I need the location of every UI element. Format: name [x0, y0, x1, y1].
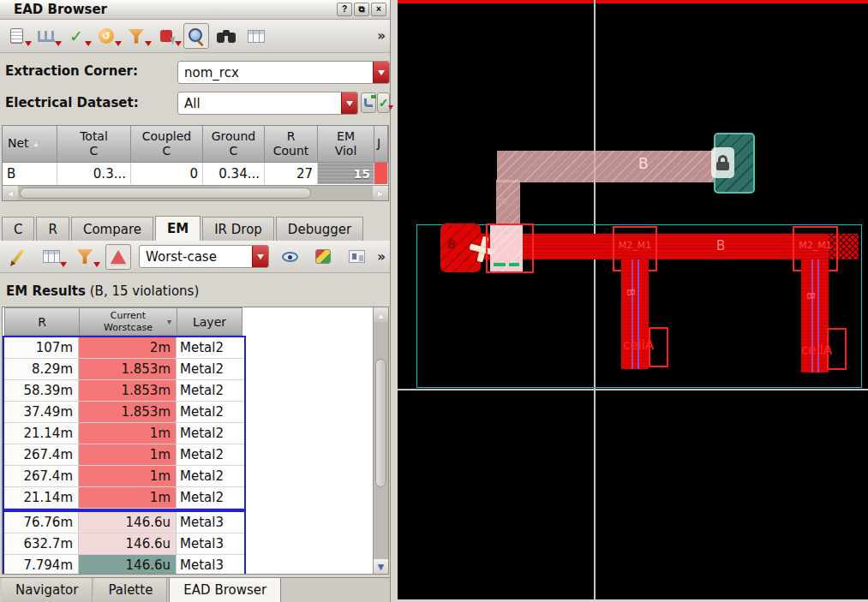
colormap-icon[interactable]	[310, 244, 336, 270]
violations-icon[interactable]	[105, 244, 131, 270]
column-header-layer[interactable]: Layer	[177, 307, 242, 336]
column-header-r[interactable]: R	[4, 307, 80, 336]
table-row[interactable]: 21.14m1mMetal2	[4, 423, 244, 444]
panel-tab-ead-browser[interactable]: EAD Browser	[169, 578, 281, 602]
column-header-ground-c[interactable]: Ground C	[203, 126, 265, 163]
extraction-corner-select[interactable]: nom_rcx	[177, 61, 390, 84]
close-button[interactable]: ×	[371, 3, 386, 16]
column-header-net[interactable]: Net▴	[3, 126, 57, 163]
dropdown-arrow-icon[interactable]	[60, 262, 67, 267]
panel-tab-palette[interactable]: Palette	[94, 578, 167, 602]
column-header-r-count[interactable]: R Count	[265, 126, 318, 163]
scroll-down-icon[interactable]: ▼	[374, 559, 388, 574]
tab-ir-drop[interactable]: IR Drop	[202, 217, 274, 241]
schematic-icon[interactable]	[33, 23, 59, 49]
table-row[interactable]: 76.76m146.6uMetal3	[4, 512, 244, 533]
table-row[interactable]: 7.794m146.6uMetal3	[4, 555, 244, 575]
scrollbar-thumb[interactable]	[375, 359, 386, 487]
column-header-current-worstcase[interactable]: Current Worstcase ▾	[80, 307, 177, 336]
net-table: Net▴ Total C Coupled C Ground C R Count …	[2, 125, 389, 201]
chevron-down-icon[interactable]	[373, 62, 389, 83]
cell: 1.853m	[79, 380, 177, 402]
ead-browser-panel: EAD Browser ? ⧉ × ✓↺ » Extraction Corner…	[0, 0, 391, 602]
help-button[interactable]: ?	[337, 3, 352, 16]
table-row[interactable]: 267.4m1mMetal2	[4, 466, 244, 487]
em-toolbar-overflow-button[interactable]: »	[377, 249, 386, 265]
panel-tab-navigator[interactable]: Navigator	[2, 578, 93, 602]
horizontal-scrollbar[interactable]: ◀ ▶	[3, 185, 388, 200]
metal3-trace-horizontal[interactable]	[497, 151, 716, 182]
tab-debugger[interactable]: Debugger	[276, 217, 363, 241]
dropdown-arrow-icon[interactable]	[115, 41, 122, 46]
extraction-corner-label: Extraction Corner:	[5, 63, 138, 79]
zoom-icon[interactable]	[183, 23, 209, 49]
marker-green-2	[509, 263, 519, 266]
dropdown-arrow-icon[interactable]	[25, 41, 32, 46]
filter-icon[interactable]	[72, 244, 98, 270]
table-row[interactable]: 632.7m146.6uMetal3	[4, 533, 244, 555]
export-dataset-button[interactable]	[361, 92, 376, 113]
table-row[interactable]: 21.14m1mMetal2	[4, 487, 244, 509]
table-row[interactable]: 58.39m1.853mMetal2	[4, 380, 244, 402]
dropdown-arrow-icon[interactable]	[93, 262, 100, 267]
columns-icon[interactable]	[243, 23, 269, 49]
check-icon[interactable]: ✓	[63, 23, 89, 49]
table-row[interactable]: 8.29m1.853mMetal2	[4, 359, 244, 380]
tab-r[interactable]: R	[36, 217, 69, 241]
report-icon[interactable]	[3, 23, 29, 49]
crosshair-horizontal	[398, 389, 868, 390]
visibility-icon[interactable]	[277, 244, 302, 270]
scroll-left-icon[interactable]: ◀	[3, 186, 18, 200]
dropdown-arrow-icon[interactable]	[85, 41, 92, 46]
cell-coupled-c: 0	[131, 163, 203, 184]
cell: Metal3	[177, 533, 244, 555]
probe-icon[interactable]	[153, 23, 179, 49]
table-row[interactable]: 267.4m1mMetal2	[4, 444, 244, 466]
dropdown-arrow-icon[interactable]	[55, 41, 62, 46]
cell: Metal2	[177, 466, 244, 487]
em-mode-select[interactable]: Worst-case	[139, 245, 269, 268]
column-header-em-viol[interactable]: EM Viol	[318, 126, 374, 163]
apply-dataset-button[interactable]: ✓	[377, 92, 390, 113]
layout-canvas[interactable]: B M2_M1 B cellA M2_M1 B cellA B B B	[398, 0, 868, 599]
float-button[interactable]: ⧉	[354, 3, 369, 16]
tab-c[interactable]: C	[2, 217, 34, 241]
table-row[interactable]: 37.49m1.853mMetal2	[4, 402, 244, 423]
table-row[interactable]: B 0.3... 0 0.34... 27 15	[3, 163, 388, 184]
electrical-dataset-select[interactable]: All	[177, 92, 358, 115]
cell-total-c: 0.3...	[57, 163, 131, 184]
tab-em[interactable]: EM	[155, 216, 201, 241]
em-table-header: R Current Worstcase ▾ Layer	[4, 307, 388, 336]
scroll-up-icon[interactable]: ▲	[374, 307, 388, 322]
tab-compare[interactable]: Compare	[71, 217, 153, 241]
window-title: EAD Browser	[14, 2, 107, 17]
edit-icon[interactable]	[5, 244, 31, 270]
cell: 267.4m	[4, 466, 79, 487]
scrollbar-thumb[interactable]	[20, 188, 311, 199]
em-toolbar-right	[277, 244, 369, 270]
top-edge-shape[interactable]	[398, 0, 868, 3]
filter-icon[interactable]	[123, 23, 149, 49]
chevron-down-icon[interactable]	[252, 246, 268, 267]
vertical-scrollbar[interactable]: ▲ ▼	[373, 307, 388, 574]
cell: 21.14m	[4, 423, 79, 444]
overlay-icon[interactable]	[344, 244, 369, 270]
binoculars-icon[interactable]	[213, 23, 239, 49]
cell: 7.794m	[4, 555, 79, 575]
chevron-down-icon[interactable]	[341, 92, 357, 114]
em-results-table: R Current Worstcase ▾ Layer 107m2mMetal2…	[2, 307, 389, 575]
column-header-j[interactable]: J	[374, 126, 388, 163]
table-row[interactable]: 107m2mMetal2	[4, 337, 244, 359]
column-header-coupled-c[interactable]: Coupled C	[131, 126, 203, 163]
scroll-right-icon[interactable]: ▶	[373, 186, 388, 200]
dropdown-arrow-icon[interactable]	[145, 41, 152, 46]
toolbar-overflow-button[interactable]: »	[377, 28, 386, 44]
cell-label-2: cellA	[801, 343, 832, 358]
table-icon[interactable]	[39, 244, 64, 270]
cell: 1.853m	[79, 359, 177, 380]
cell: Metal2	[177, 487, 244, 509]
cell: 2m	[79, 337, 177, 359]
undo-icon[interactable]: ↺	[93, 23, 119, 49]
column-header-total-c[interactable]: Total C	[57, 126, 131, 163]
dropdown-arrow-icon[interactable]	[175, 41, 182, 46]
